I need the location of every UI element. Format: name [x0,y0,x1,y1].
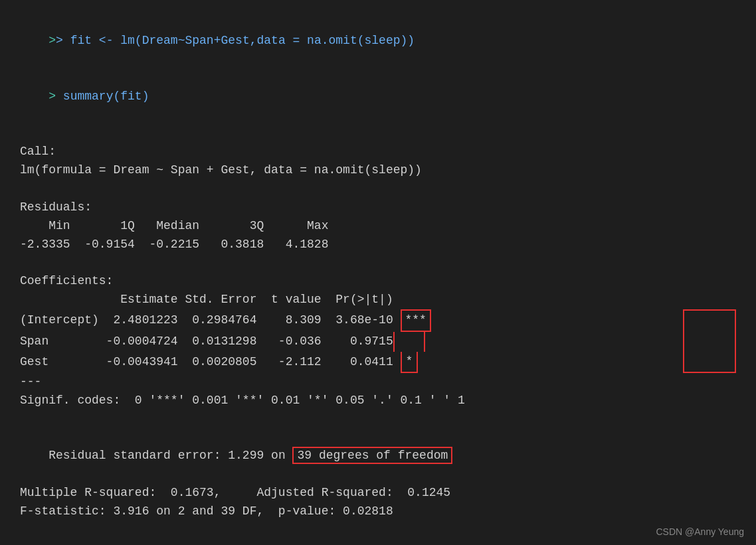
f-statistic-line: F-statistic: 3.916 on 2 and 39 DF, p-val… [20,503,736,521]
prompt-symbol-2: > [48,90,56,103]
signif-highlight-box: *** [401,309,431,332]
call-formula: lm(formula = Dream ~ Span + Gest, data =… [20,161,736,180]
residuals-header: Residuals: [20,198,736,217]
coeff-col-headers: Estimate Std. Error t value Pr(>|t|) [20,291,736,309]
signif-codes: Signif. codes: 0 '***' 0.001 '**' 0.01 '… [20,392,736,410]
residuals-labels: Min 1Q Median 3Q Max [20,217,736,236]
prompt-symbol-1: > [48,34,56,47]
coeff-row-span: Span -0.0004724 0.0131298 -0.036 0.9715 [20,332,736,352]
coeff-row-intercept: (Intercept) 2.4801223 0.2984764 8.309 3.… [20,309,736,332]
signif-box-span [393,332,425,352]
call-header: Call: [20,143,736,161]
r-squared-line: Multiple R-squared: 0.1673, Adjusted R-s… [20,484,736,503]
command-line-2: > summary(fit) [20,69,736,125]
degrees-of-freedom-highlight: 39 degrees of freedom [292,447,452,464]
coefficients-header: Coefficients: [20,272,736,291]
coeff-row-gest: Gest -0.0043941 0.0020805 -2.112 0.0411 … [20,352,736,373]
residuals-values: -2.3335 -0.9154 -0.2215 0.3818 4.1828 [20,236,736,254]
terminal-window: >> fit <- lm(Dream~Span+Gest,data = na.o… [0,0,756,545]
command-line-1: >> fit <- lm(Dream~Span+Gest,data = na.o… [20,13,736,69]
residual-error-line: Residual standard error: 1.299 on 39 deg… [20,429,736,485]
watermark: CSDN @Anny Yeung [656,526,744,537]
signif-box-gest: * [401,352,419,373]
separator: --- [20,373,736,392]
